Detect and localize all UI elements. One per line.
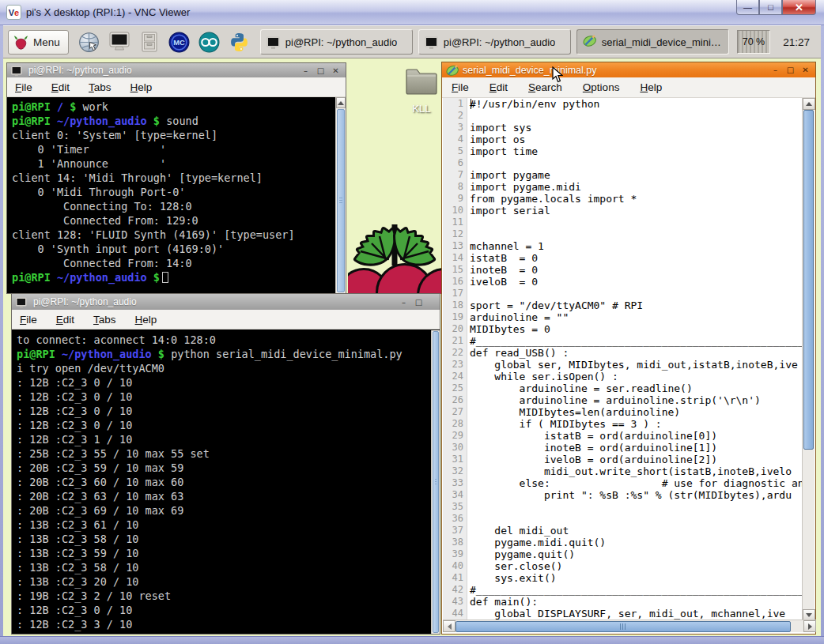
line-number: 25 — [443, 382, 467, 394]
vnc-window-border — [821, 25, 824, 636]
line-number: 41 — [443, 572, 467, 584]
code-text: MIDIbytes=len(arduinoline) — [467, 406, 680, 418]
line-number: 35 — [443, 501, 467, 513]
menu-file[interactable]: File — [15, 81, 32, 93]
menu-edit[interactable]: Edit — [489, 81, 508, 93]
line-number: 6 — [443, 157, 467, 169]
file-manager-launcher[interactable] — [138, 31, 161, 53]
maximize-button[interactable]: □ — [315, 66, 327, 76]
terminal-line: pi@RPI / $ work — [12, 100, 335, 114]
editor-line: 26 arduinoline = arduinoline.strip('\r\n… — [443, 394, 803, 406]
close-button[interactable]: ✕ — [799, 65, 811, 75]
menu-help[interactable]: Help — [130, 81, 153, 93]
terminal1-output[interactable]: pi@RPI / $ workpi@RPI ~/python_audio $ s… — [7, 97, 335, 293]
menu-help[interactable]: Help — [640, 81, 662, 93]
editor-line: 42#_____________________________________… — [443, 584, 803, 596]
terminal2-scrollbar[interactable] — [431, 330, 440, 634]
terminal1-scrollbar[interactable] — [335, 97, 346, 293]
code-text: sport = "/dev/ttyACM0" # RPI — [467, 299, 643, 311]
scroll-up-button[interactable] — [336, 97, 346, 108]
editor-line: 40 ser.close() — [443, 560, 803, 572]
close-button[interactable]: ✕ — [330, 66, 342, 76]
taskbar-window-button-2[interactable]: pi@RPI: ~/python_audio — [418, 29, 571, 55]
editor-vertical-scrollbar[interactable] — [802, 98, 815, 621]
taskbar-window-button-1[interactable]: pi@RPI: ~/python_audio — [260, 29, 413, 55]
terminal1-titlebar[interactable]: pi@RPI: ~/python_audio – □ ✕ — [7, 63, 346, 77]
scroll-up-button[interactable] — [803, 98, 815, 110]
terminal-line: client 128: 'FLUID Synth (4169)' [type=u… — [12, 228, 335, 242]
editor-line: 30 inoteB = ord(arduinoline[1]) — [443, 442, 803, 454]
editor-line: 1#!/usr/bin/env python — [443, 98, 803, 110]
arduino-launcher[interactable] — [198, 31, 221, 53]
line-number: 26 — [443, 394, 467, 406]
midnight-commander-launcher[interactable]: MC — [168, 31, 191, 53]
code-text: pygame.midi.quit() — [467, 537, 606, 548]
editor-line: 37 del midi_out — [443, 525, 803, 537]
menu-tabs[interactable]: Tabs — [89, 81, 112, 93]
menu-search[interactable]: Search — [528, 81, 562, 93]
code-text: def read_USB() : — [467, 347, 569, 359]
editor-line: 17 — [443, 288, 803, 299]
menu-help[interactable]: Help — [135, 314, 157, 326]
line-number: 9 — [443, 193, 467, 205]
line-number: 1 — [443, 98, 467, 110]
python-launcher[interactable] — [229, 31, 251, 53]
vnc-logo-icon: Ve — [6, 5, 21, 20]
code-text — [467, 157, 470, 169]
menu-file[interactable]: File — [20, 314, 37, 326]
code-text: istatB = ord(arduinoline[0]) — [467, 430, 717, 442]
taskbar-window-button-3[interactable]: serial_midi_device_minim... — [576, 29, 729, 55]
code-text: sys.exit() — [467, 572, 557, 584]
code-text — [467, 288, 470, 299]
cpu-monitor[interactable]: 70 % — [737, 30, 770, 54]
web-browser-launcher[interactable] — [78, 31, 100, 53]
code-text: if ( MIDIbytes == 3 ) : — [467, 418, 662, 430]
code-text: inoteB = ord(arduinoline[1]) — [467, 442, 717, 454]
minimize-button[interactable]: – — [769, 65, 781, 75]
line-number: 18 — [443, 299, 467, 311]
terminal-launcher[interactable] — [108, 31, 130, 53]
scrollbar-thumb[interactable] — [337, 109, 345, 292]
minimize-button[interactable]: – — [300, 66, 312, 76]
editor-horizontal-scrollbar[interactable] — [443, 620, 816, 632]
raspberry-menu-icon — [13, 35, 28, 50]
menu-button-label: Menu — [33, 36, 60, 48]
desktop-folder-label[interactable]: KLL — [395, 103, 448, 115]
terminal-line: client 14: 'Midi Through' [type=kernel] — [12, 171, 335, 185]
minimize-button[interactable]: – — [398, 297, 410, 307]
vnc-maximize-button[interactable]: □ — [759, 0, 782, 15]
line-number: 28 — [443, 418, 467, 430]
menu-button[interactable]: Menu — [8, 30, 69, 55]
terminal-line: to connect: aconnect 14:0 128:0 — [17, 333, 432, 347]
menu-options[interactable]: Options — [583, 81, 620, 93]
menu-edit[interactable]: Edit — [56, 314, 74, 326]
editor-title: serial_midi_device_minimal.py — [463, 65, 597, 76]
editor-line: 16iveloB = 0 — [443, 276, 803, 288]
vnc-minimize-button[interactable]: — — [736, 0, 759, 15]
code-text: global DISPLAYSURF, ser, midi_out, mchan… — [467, 608, 785, 620]
leafpad-icon — [446, 64, 459, 77]
menu-edit[interactable]: Edit — [51, 81, 70, 93]
desktop-folder-icon[interactable] — [405, 68, 438, 96]
menu-tabs[interactable]: Tabs — [93, 314, 116, 326]
editor-text-area[interactable]: 1#!/usr/bin/env python23import sys4impor… — [443, 98, 803, 621]
maximize-button[interactable]: □ — [413, 297, 425, 307]
scroll-right-button[interactable] — [803, 620, 816, 632]
code-text: arduinoline = arduinoline.strip('\r\n') — [467, 394, 761, 406]
maximize-button[interactable]: □ — [784, 65, 796, 75]
vnc-close-button[interactable]: ✕ — [782, 0, 816, 15]
menu-file[interactable]: File — [452, 81, 469, 93]
scrollbar-thumb[interactable] — [803, 110, 814, 450]
vnc-titlebar[interactable]: Ve pi's X desktop (RPI:1) - VNC Viewer —… — [0, 0, 824, 25]
code-text: #_______________________________________… — [467, 584, 803, 596]
editor-line: 22def read_USB() : — [443, 347, 803, 359]
line-number: 42 — [443, 584, 467, 596]
terminal2-titlebar[interactable]: pi@RPI: ~/python_audio – □ — [12, 294, 440, 310]
editor-titlebar[interactable]: serial_midi_device_minimal.py – □ ✕ — [442, 62, 815, 77]
taskbar-window-button-label: serial_midi_device_minim... — [602, 36, 723, 48]
scroll-left-button[interactable] — [443, 620, 455, 632]
scrollbar-thumb[interactable] — [455, 621, 791, 632]
terminal2-output[interactable]: to connect: aconnect 14:0 128:0pi@RPI ~/… — [12, 330, 432, 634]
scrollbar-thumb[interactable] — [433, 331, 439, 633]
line-number: 15 — [443, 264, 467, 276]
